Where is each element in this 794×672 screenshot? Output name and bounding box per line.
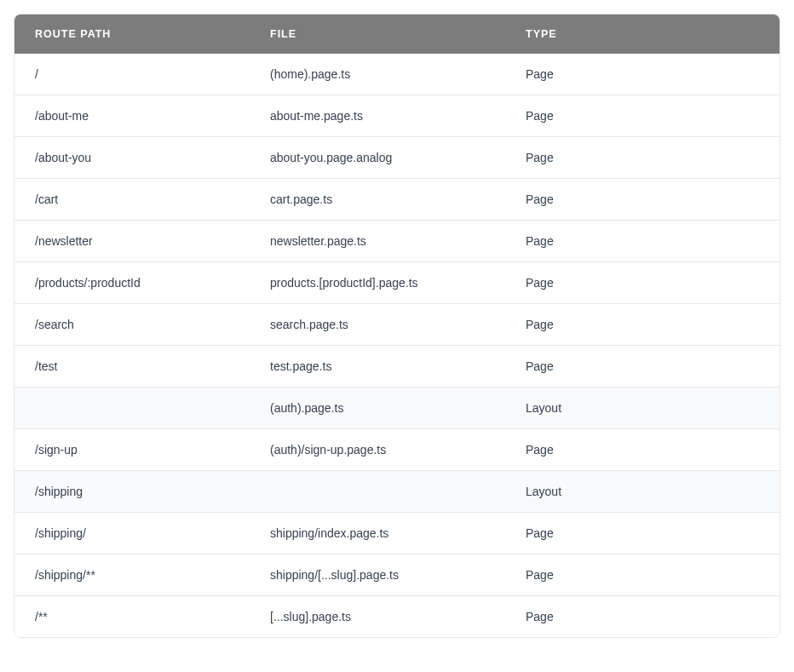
table-row: /sign-up(auth)/sign-up.page.tsPage	[14, 428, 780, 470]
cell-file	[270, 485, 526, 498]
table-row: /(home).page.tsPage	[14, 54, 780, 95]
cell-file: cart.page.ts	[270, 192, 526, 206]
cell-file: search.page.ts	[270, 318, 526, 331]
table-body: /(home).page.tsPage/about-meabout-me.pag…	[14, 54, 780, 637]
table-row: /shippingLayout	[14, 470, 780, 512]
cell-file: shipping/[...slug].page.ts	[270, 568, 526, 582]
cell-type: Page	[526, 443, 780, 457]
cell-route-path: /shipping/	[14, 526, 270, 540]
cell-route-path: /newsletter	[14, 234, 270, 248]
cell-file: test.page.ts	[270, 359, 526, 373]
cell-type: Layout	[526, 401, 780, 415]
cell-file: [...slug].page.ts	[270, 610, 526, 623]
cell-route-path	[14, 401, 270, 415]
table-row: /shipping/shipping/index.page.tsPage	[14, 512, 780, 554]
cell-type: Page	[526, 526, 780, 540]
cell-type: Page	[526, 234, 780, 248]
cell-route-path: /test	[14, 359, 270, 373]
cell-file: newsletter.page.ts	[270, 234, 526, 248]
cell-route-path: /products/:productId	[14, 276, 270, 290]
cell-type: Page	[526, 276, 780, 290]
table-header-row: ROUTE PATH FILE TYPE	[14, 14, 780, 54]
header-type: TYPE	[526, 28, 780, 40]
cell-type: Page	[526, 359, 780, 373]
table-row: /products/:productIdproducts.[productId]…	[14, 261, 780, 303]
cell-route-path: /cart	[14, 192, 270, 206]
table-row: /cartcart.page.tsPage	[14, 178, 780, 220]
cell-route-path: /shipping	[14, 485, 270, 498]
cell-type: Page	[526, 109, 780, 123]
table-row: (auth).page.tsLayout	[14, 387, 780, 428]
cell-type: Page	[526, 610, 780, 623]
cell-route-path: /	[14, 67, 270, 81]
header-file: FILE	[270, 28, 526, 40]
cell-type: Page	[526, 151, 780, 164]
cell-file: shipping/index.page.ts	[270, 526, 526, 540]
cell-route-path: /shipping/**	[14, 568, 270, 582]
header-route-path: ROUTE PATH	[14, 28, 270, 40]
table-row: /about-meabout-me.page.tsPage	[14, 95, 780, 136]
cell-file: (auth)/sign-up.page.ts	[270, 443, 526, 457]
cell-file: (auth).page.ts	[270, 401, 526, 415]
table-row: /newsletternewsletter.page.tsPage	[14, 220, 780, 261]
cell-route-path: /search	[14, 318, 270, 331]
table-row: /testtest.page.tsPage	[14, 345, 780, 387]
cell-route-path: /sign-up	[14, 443, 270, 457]
cell-type: Page	[526, 192, 780, 206]
routes-table: ROUTE PATH FILE TYPE /(home).page.tsPage…	[14, 14, 780, 638]
cell-route-path: /about-you	[14, 151, 270, 164]
cell-type: Layout	[526, 485, 780, 498]
cell-file: about-me.page.ts	[270, 109, 526, 123]
table-row: /about-youabout-you.page.analogPage	[14, 136, 780, 178]
cell-file: products.[productId].page.ts	[270, 276, 526, 290]
cell-type: Page	[526, 318, 780, 331]
cell-route-path: /**	[14, 610, 270, 623]
cell-route-path: /about-me	[14, 109, 270, 123]
table-row: /shipping/**shipping/[...slug].page.tsPa…	[14, 554, 780, 595]
cell-type: Page	[526, 568, 780, 582]
cell-file: about-you.page.analog	[270, 151, 526, 164]
table-row: /**[...slug].page.tsPage	[14, 595, 780, 637]
cell-type: Page	[526, 67, 780, 81]
cell-file: (home).page.ts	[270, 67, 526, 81]
table-row: /searchsearch.page.tsPage	[14, 303, 780, 345]
